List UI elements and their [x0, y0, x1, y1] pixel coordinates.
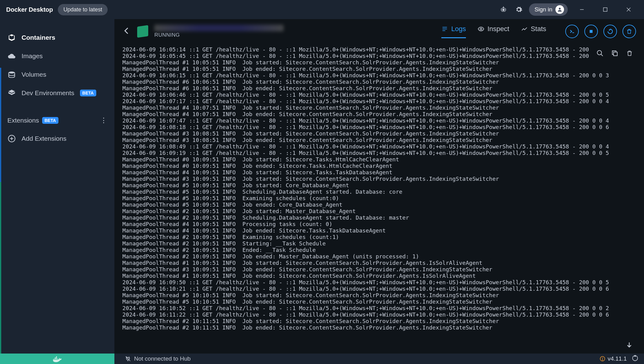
log-toolbar — [590, 46, 640, 60]
avatar-icon — [555, 5, 564, 14]
titlebar: Docker Desktop Update to latest Sign in — [0, 0, 644, 19]
sidebar-item-volumes[interactable]: Volumes — [0, 65, 114, 84]
tab-label: Inspect — [487, 25, 509, 33]
logs-pane: 2024-06-09 16:05:14 ::1 GET /healthz/liv… — [114, 46, 640, 354]
plus-circle-icon — [7, 134, 16, 143]
svg-point-24 — [634, 355, 636, 356]
svg-point-13 — [480, 28, 482, 30]
feedback-icon[interactable] — [632, 355, 638, 363]
tab-inspect[interactable]: Inspect — [478, 25, 509, 38]
log-output[interactable]: 2024-06-09 16:05:14 ::1 GET /healthz/liv… — [114, 46, 640, 331]
sidebar-item-add-extensions[interactable]: Add Extensions — [0, 129, 114, 148]
sidebar-item-label: Volumes — [22, 71, 46, 78]
svg-rect-18 — [614, 52, 617, 56]
left-accent-decoration — [0, 68, 1, 354]
container-name — [154, 25, 284, 31]
sidebar-item-label: Images — [22, 52, 43, 60]
beta-badge: BETA — [80, 90, 96, 96]
sidebar-item-label: Dev Environments — [22, 89, 74, 97]
gear-icon[interactable] — [514, 4, 524, 15]
scroll-down-icon[interactable] — [626, 341, 633, 350]
hub-status: Not connected to Hub — [125, 355, 191, 362]
svg-point-6 — [9, 71, 15, 74]
sidebar-item-label: Add Extensions — [22, 135, 66, 142]
svg-rect-3 — [603, 8, 607, 11]
hub-status-label: Not connected to Hub — [134, 355, 191, 362]
copy-icon[interactable] — [610, 49, 619, 58]
bug-icon[interactable] — [498, 4, 509, 15]
exec-button[interactable] — [565, 25, 579, 38]
sidebar-item-label: Containers — [22, 34, 55, 41]
tab-logs[interactable]: Logs — [441, 25, 466, 38]
version[interactable]: v4.11.1 — [600, 355, 627, 362]
container-status: RUNNING — [154, 32, 284, 38]
disk-icon — [7, 70, 16, 79]
layers-icon — [7, 89, 16, 97]
sidebar-item-dev-environments[interactable]: Dev Environments BETA — [0, 84, 114, 102]
container-icon — [137, 25, 148, 38]
kebab-icon[interactable]: ⋮ — [100, 116, 107, 124]
svg-point-22 — [602, 360, 603, 360]
minimize-button[interactable] — [573, 3, 591, 16]
back-button[interactable] — [122, 26, 131, 36]
trash-icon[interactable] — [625, 49, 634, 58]
stop-button[interactable] — [584, 25, 598, 38]
signin-button[interactable]: Sign in — [529, 3, 568, 16]
delete-button[interactable] — [622, 25, 636, 38]
extensions-header: Extensions BETA ⋮ — [0, 111, 114, 129]
version-label: v4.11.1 — [608, 355, 627, 362]
plug-off-icon — [125, 356, 131, 362]
app-title: Docker Desktop — [6, 6, 53, 13]
close-button[interactable] — [619, 3, 638, 16]
container-icon — [7, 33, 16, 42]
engine-status[interactable] — [0, 354, 114, 364]
beta-badge: BETA — [42, 117, 58, 124]
svg-point-16 — [597, 51, 602, 55]
svg-point-1 — [559, 8, 561, 10]
tab-label: Stats — [531, 25, 546, 33]
tabs: Logs Inspect Stats — [441, 25, 546, 38]
maximize-button[interactable] — [596, 3, 614, 16]
container-header: RUNNING Logs Inspect Stats — [114, 19, 644, 38]
svg-line-17 — [601, 54, 603, 56]
tab-stats[interactable]: Stats — [521, 25, 546, 38]
container-actions — [565, 25, 636, 38]
signin-label: Sign in — [535, 6, 552, 13]
svg-point-0 — [502, 9, 504, 11]
restart-button[interactable] — [603, 25, 617, 38]
sidebar-item-containers[interactable]: Containers — [0, 28, 114, 47]
sidebar: Containers Images Volumes Dev Environmen… — [0, 19, 114, 354]
cloud-icon — [7, 52, 16, 60]
warning-icon — [600, 356, 605, 362]
status-bar: Not connected to Hub v4.11.1 — [0, 354, 644, 364]
sidebar-item-images[interactable]: Images — [0, 47, 114, 65]
update-button[interactable]: Update to latest — [58, 4, 108, 15]
extensions-label: Extensions — [7, 117, 39, 124]
content-area: RUNNING Logs Inspect Stats — [114, 19, 644, 354]
svg-rect-15 — [590, 30, 592, 33]
search-icon[interactable] — [595, 49, 605, 58]
tab-label: Logs — [451, 25, 466, 33]
